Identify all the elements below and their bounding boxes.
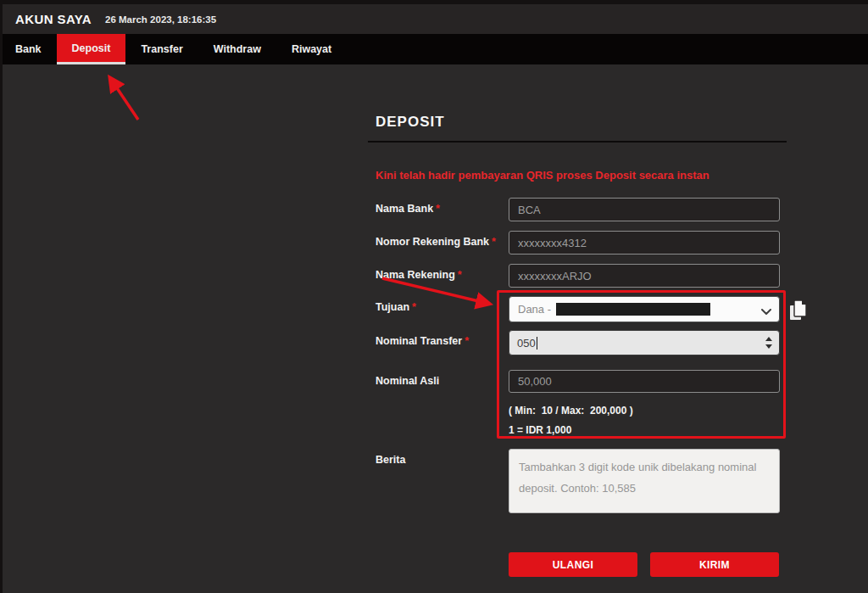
form-title: DEPOSIT [376,114,445,131]
chevron-down-icon [761,305,771,318]
nav-tabs: Bank Deposit Transfer Withdraw Riwayat [0,34,868,64]
field-row-nama-rekening: Nama Rekening* [376,264,786,288]
nominal-asli-input[interactable] [509,370,780,393]
tab-transfer[interactable]: Transfer [125,34,198,64]
nama-rekening-label: Nama Rekening* [376,264,509,288]
nomor-rekening-input[interactable] [509,231,780,255]
arrow-to-deposit-tab [110,78,138,120]
deposit-page: AKUN SAYA 26 March 2023, 18:16:35 Bank D… [0,0,868,593]
nominal-transfer-label: Nominal Transfer* [376,330,509,355]
nama-bank-label: Nama Bank* [376,198,509,221]
min-max-hint: ( Min: 10 / Max: 200,000 ) [509,405,633,417]
required-marker: * [492,236,496,248]
copy-icon[interactable] [787,298,810,327]
nomor-rekening-label: Nomor Rekening Bank* [376,231,509,255]
spinner-down-icon[interactable] [765,344,772,349]
field-row-tujuan: Tujuan* Dana - [376,296,786,322]
required-marker: * [436,203,440,215]
nominal-transfer-value: 050 [517,337,536,350]
tab-bank[interactable]: Bank [0,34,57,64]
page-title: AKUN SAYA [15,12,92,26]
tujuan-label: Tujuan* [376,296,509,322]
qris-notice: Kini telah hadir pembayaran QRIS proses … [376,169,799,182]
required-marker: * [458,269,462,281]
topbar: AKUN SAYA 26 March 2023, 18:16:35 [0,0,868,34]
berita-textarea[interactable] [509,449,780,513]
field-row-nominal-asli: Nominal Asli [376,370,786,393]
spinner-up-icon[interactable] [765,337,772,341]
ulangi-button[interactable]: ULANGI [509,552,637,577]
tab-deposit[interactable]: Deposit [57,34,126,64]
quantity-stepper[interactable] [765,331,772,355]
nama-bank-input[interactable] [509,198,780,221]
tujuan-select[interactable]: Dana - [509,296,780,322]
nama-rekening-input[interactable] [509,264,780,288]
rate-hint: 1 = IDR 1,000 [509,424,571,436]
tab-withdraw[interactable]: Withdraw [198,34,276,64]
berita-label: Berita [376,449,509,513]
redaction-bar [556,303,710,316]
kirim-button[interactable]: KIRIM [650,552,779,577]
form-actions: ULANGI KIRIM [509,552,779,577]
field-row-nominal-transfer: Nominal Transfer* 050 [376,330,786,355]
field-row-nomor-rekening: Nomor Rekening Bank* [376,231,786,255]
text-caret [537,337,537,350]
nominal-asli-label: Nominal Asli [376,370,509,393]
datetime-label: 26 March 2023, 18:16:35 [105,14,216,25]
window-top-edge [0,0,868,4]
tujuan-selected-option: Dana - [518,303,551,316]
title-divider [368,141,787,143]
window-left-edge [0,0,3,593]
tab-riwayat[interactable]: Riwayat [276,34,347,64]
nominal-transfer-input[interactable]: 050 [509,330,780,355]
field-row-nama-bank: Nama Bank* [376,198,786,221]
field-row-berita: Berita [376,449,786,513]
required-marker: * [412,301,416,313]
required-marker: * [465,335,469,347]
